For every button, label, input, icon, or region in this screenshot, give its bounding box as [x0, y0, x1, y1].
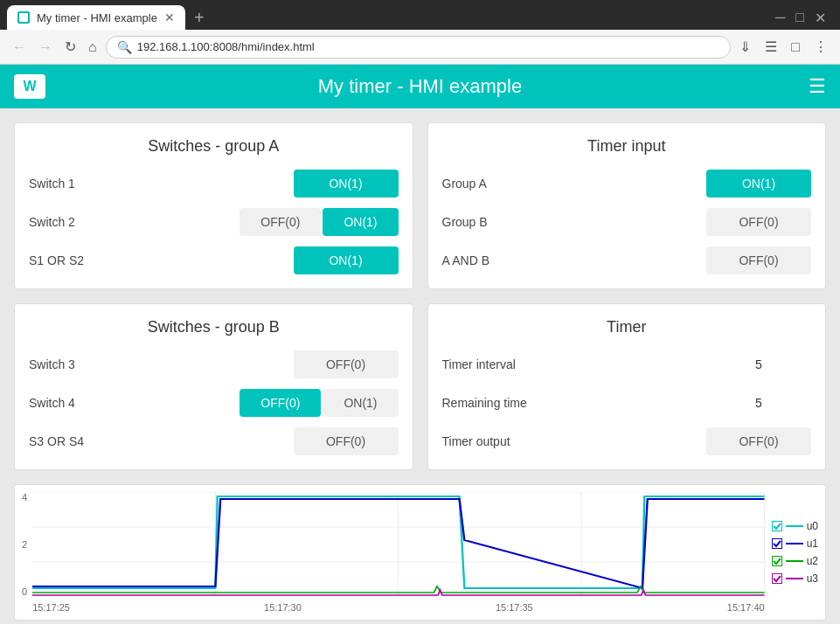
group-b-row: Group B OFF(0): [442, 208, 812, 236]
y-label-2: 2: [22, 539, 27, 550]
legend-u2-checkbox[interactable]: [772, 556, 782, 566]
nav-actions: ⇓ ☰ □ ⋮: [736, 35, 831, 59]
legend-u1-line: [786, 543, 803, 544]
download-button[interactable]: ⇓: [736, 35, 754, 59]
timer-output-value: OFF(0): [706, 427, 811, 455]
s1-or-s2-label: S1 OR S2: [29, 253, 294, 267]
switches-group-b-title: Switches - group B: [29, 318, 399, 336]
new-tab-button[interactable]: +: [189, 8, 210, 28]
switches-group-a-card: Switches - group A Switch 1 ON(1) Switch…: [14, 122, 413, 289]
content-grid: Switches - group A Switch 1 ON(1) Switch…: [0, 108, 840, 484]
group-a-row: Group A ON(1): [442, 170, 812, 198]
svg-rect-0: [19, 13, 28, 22]
browser-chrome: My timer - HMI example ✕ + ─ □ ✕ ← → ↻ ⌂…: [0, 0, 840, 65]
switch3-label: Switch 3: [29, 357, 294, 371]
switch4-controls: OFF(0) ON(1): [240, 389, 398, 417]
timer-output-row: Timer output OFF(0): [442, 427, 812, 455]
forward-button[interactable]: →: [35, 36, 56, 59]
x-label-1530: 15:17:30: [264, 602, 302, 613]
address-bar[interactable]: 🔍: [106, 36, 732, 59]
logo-text: W: [23, 79, 36, 94]
back-button[interactable]: ←: [9, 36, 30, 59]
switch3-row: Switch 3 OFF(0): [29, 350, 399, 378]
timer-input-title: Timer input: [442, 137, 812, 156]
close-window-button[interactable]: ✕: [811, 6, 830, 30]
legend-u0-checkbox[interactable]: [772, 521, 782, 531]
switch4-label: Switch 4: [29, 396, 240, 410]
reload-button[interactable]: ↻: [61, 35, 80, 59]
timer-interval-label: Timer interval: [442, 357, 707, 371]
bookmarks-button[interactable]: ☰: [761, 35, 781, 59]
app-header: W My timer - HMI example ☰: [0, 65, 840, 108]
switch2-label: Switch 2: [29, 215, 240, 229]
remaining-time-row: Remaining time 5: [442, 389, 812, 417]
x-label-1525: 15:17:25: [32, 602, 70, 613]
home-button[interactable]: ⌂: [85, 36, 101, 59]
timer-card: Timer Timer interval 5 Remaining time 5 …: [427, 303, 827, 470]
remaining-time-label: Remaining time: [442, 396, 707, 410]
legend-u1-checkbox[interactable]: [772, 538, 782, 549]
tab-bar: My timer - HMI example ✕ + ─ □ ✕: [0, 0, 840, 30]
switch2-controls: OFF(0) ON(1): [240, 208, 398, 236]
s3-or-s4-label: S3 OR S4: [29, 434, 294, 448]
tab-title: My timer - HMI example: [37, 11, 157, 24]
switch4-on-button[interactable]: ON(1): [323, 389, 398, 417]
legend-u3-label: u3: [807, 572, 818, 585]
legend-u3-line: [786, 578, 803, 579]
a-and-b-label: A AND B: [442, 253, 707, 267]
switch2-on-button[interactable]: ON(1): [323, 208, 398, 236]
switches-group-a-title: Switches - group A: [29, 137, 399, 156]
switch2-off-button[interactable]: OFF(0): [240, 208, 321, 236]
menu-button[interactable]: ⋮: [810, 35, 831, 59]
chart-legend: u0 u1 u2 u3: [765, 492, 818, 613]
s1-or-s2-button[interactable]: ON(1): [294, 246, 399, 274]
a-and-b-value: OFF(0): [706, 246, 811, 274]
y-label-4: 4: [22, 492, 27, 503]
switch1-row: Switch 1 ON(1): [29, 170, 399, 198]
timer-interval-value: 5: [706, 350, 811, 378]
s3-or-s4-button[interactable]: OFF(0): [294, 427, 399, 455]
nav-bar: ← → ↻ ⌂ 🔍 ⇓ ☰ □ ⋮: [0, 30, 840, 65]
legend-u3-checkbox[interactable]: [772, 573, 782, 584]
group-a-button[interactable]: ON(1): [706, 170, 811, 198]
app-logo: W: [14, 74, 45, 99]
s3-or-s4-row: S3 OR S4 OFF(0): [29, 427, 399, 455]
legend-u2: u2: [772, 555, 818, 567]
y-label-0: 0: [22, 586, 27, 597]
timer-title: Timer: [442, 318, 812, 336]
chart-svg: [32, 492, 765, 597]
legend-u3: u3: [772, 572, 818, 585]
x-label-1540: 15:17:40: [727, 602, 765, 613]
timer-output-label: Timer output: [442, 434, 707, 448]
x-label-1535: 15:17:35: [496, 602, 533, 613]
legend-u2-label: u2: [807, 555, 818, 567]
tab-favicon: [17, 11, 30, 24]
hamburger-menu[interactable]: ☰: [809, 75, 826, 98]
legend-u0-label: u0: [807, 520, 818, 532]
url-input[interactable]: [137, 40, 720, 53]
a-and-b-row: A AND B OFF(0): [442, 246, 812, 274]
switch1-label: Switch 1: [29, 177, 294, 191]
legend-u1: u1: [772, 537, 818, 550]
legend-u2-line: [786, 560, 803, 562]
search-icon: 🔍: [117, 40, 132, 54]
app-title: My timer - HMI example: [318, 75, 522, 98]
group-a-label: Group A: [442, 177, 707, 191]
legend-u0: u0: [772, 520, 818, 532]
legend-u1-label: u1: [807, 537, 818, 550]
switch1-button[interactable]: ON(1): [294, 170, 399, 198]
minimize-button[interactable]: ─: [772, 6, 788, 30]
legend-u0-line: [786, 525, 803, 527]
switches-group-b-card: Switches - group B Switch 3 OFF(0) Switc…: [14, 303, 413, 470]
s1-or-s2-row: S1 OR S2 ON(1): [29, 246, 399, 274]
switch3-button[interactable]: OFF(0): [294, 350, 399, 378]
tab-close-button[interactable]: ✕: [164, 10, 175, 24]
group-b-label: Group B: [442, 215, 707, 229]
maximize-button[interactable]: □: [792, 6, 808, 30]
remaining-time-value: 5: [706, 389, 811, 417]
extensions-button[interactable]: □: [788, 36, 803, 59]
switch4-off-button[interactable]: OFF(0): [240, 389, 321, 417]
chart-area: 4 2 0: [22, 492, 765, 613]
timer-interval-row: Timer interval 5: [442, 350, 812, 378]
browser-tab[interactable]: My timer - HMI example ✕: [7, 5, 185, 30]
